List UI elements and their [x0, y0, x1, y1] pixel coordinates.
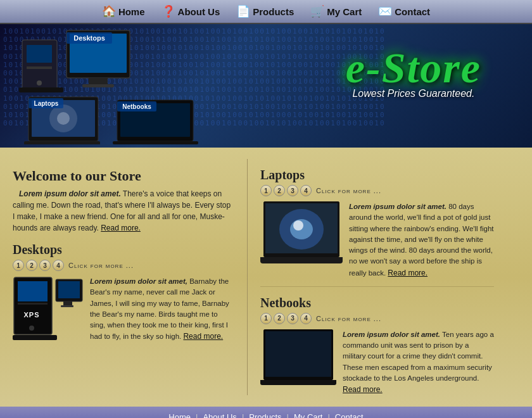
netbooks-read-more[interactable]: Read more. — [343, 385, 383, 394]
footer-cart[interactable]: My Cart — [294, 412, 323, 418]
laptop-screen — [263, 201, 339, 257]
contact-icon: ✉️ — [378, 4, 392, 18]
svg-point-2 — [37, 80, 42, 86]
svg-rect-27 — [18, 303, 48, 305]
nav-cart[interactable]: 🛒 My Cart — [305, 3, 367, 20]
svg-text:Netbooks: Netbooks — [122, 103, 151, 110]
banner-subtitle: Lowest Prices Guaranteed. — [346, 88, 481, 99]
laptops-page-2[interactable]: 2 — [274, 185, 285, 196]
svg-text:Laptops: Laptops — [34, 100, 59, 107]
desktops-bold: Lorem ipsum dolor sit amet, — [90, 277, 187, 285]
main-content: Welcome to our Store Lorem ipsum dolor s… — [0, 148, 532, 407]
desktops-page-4[interactable]: 4 — [53, 260, 64, 271]
left-column: Welcome to our Store Lorem ipsum dolor s… — [13, 159, 247, 395]
nav-about-label: About Us — [178, 6, 220, 17]
svg-rect-28 — [13, 335, 57, 340]
laptops-section: Laptops 1 2 3 4 Click for more ... — [260, 168, 494, 279]
desktops-page-1[interactable]: 1 — [13, 260, 24, 271]
welcome-title: Welcome to our Store — [13, 168, 234, 184]
netbooks-page-3[interactable]: 3 — [287, 313, 298, 324]
laptops-text: Lorem ipsum dolor sit amet. 80 days arou… — [349, 201, 494, 279]
netbooks-text: Lorem ipsum dolor sit amet. Ten years ag… — [343, 329, 494, 396]
desktops-text: Lorem ipsum dolor sit amet, Barnaby the … — [90, 276, 234, 345]
nav-home-label: Home — [118, 6, 145, 17]
nav-products-label: Products — [253, 6, 294, 17]
desktops-read-more[interactable]: Read more. — [183, 332, 223, 341]
svg-rect-4 — [19, 87, 63, 92]
netbooks-page-2[interactable]: 2 — [274, 313, 285, 324]
laptops-click-more[interactable]: Click for more ... — [316, 187, 381, 194]
svg-point-37 — [293, 220, 303, 231]
svg-text:Desktops: Desktops — [73, 34, 105, 42]
laptops-page-3[interactable]: 3 — [287, 185, 298, 196]
desktops-image: XPS — [13, 276, 84, 345]
svg-rect-32 — [61, 305, 73, 307]
laptops-title: Laptops — [260, 168, 494, 182]
laptops-page-4[interactable]: 4 — [300, 185, 312, 196]
footer-products[interactable]: Products — [249, 412, 281, 418]
desktops-pagination: 1 2 3 4 Click for more ... — [13, 260, 234, 271]
svg-rect-13 — [24, 141, 100, 144]
banner-devices: Desktops Laptops Netbooks — [19, 27, 203, 144]
svg-rect-39 — [265, 331, 331, 377]
svg-rect-8 — [82, 84, 114, 87]
footer-home[interactable]: Home — [168, 412, 191, 418]
laptops-bold: Lorem ipsum dolor sit amet. — [349, 203, 446, 210]
products-icon: 📄 — [236, 4, 250, 18]
svg-point-12 — [57, 112, 70, 125]
laptops-pagination: 1 2 3 4 Click for more ... — [260, 185, 494, 196]
svg-rect-24 — [18, 281, 48, 301]
welcome-section: Welcome to our Store Lorem ipsum dolor s… — [13, 168, 234, 234]
netbooks-pagination: 1 2 3 4 Click for more ... — [260, 313, 494, 324]
desktops-content: XPS Lorem ipsum dolor sit amet, Barnaby … — [13, 276, 234, 345]
netbooks-click-more[interactable]: Click for more ... — [316, 315, 381, 322]
laptops-body: 80 days around the world, we'll find a p… — [349, 203, 494, 277]
svg-rect-16 — [113, 141, 198, 144]
netbooks-page-4[interactable]: 4 — [300, 313, 312, 324]
desktops-page-3[interactable]: 3 — [39, 260, 51, 271]
desktops-click-more[interactable]: Click for more ... — [68, 262, 134, 269]
netbook-screen — [263, 329, 333, 380]
nav-contact[interactable]: ✉️ Contact — [373, 3, 435, 20]
welcome-bold: Lorem ipsum dolor sit amet. — [19, 189, 121, 198]
nav-contact-label: Contact — [395, 6, 430, 17]
netbook-base — [260, 380, 336, 385]
footer: Home | About Us | Products | My Cart | C… — [0, 407, 532, 418]
welcome-read-more[interactable]: Read more. — [101, 224, 141, 232]
desktops-section: Desktops 1 2 3 4 Click for more ... XPS — [13, 243, 234, 345]
nav-home[interactable]: 🏠 Home — [97, 3, 150, 20]
banner-title: e-Store — [346, 43, 481, 93]
right-column: Laptops 1 2 3 4 Click for more ... — [247, 159, 494, 395]
svg-text:XPS: XPS — [23, 311, 39, 319]
svg-point-26 — [29, 326, 34, 331]
svg-rect-7 — [89, 78, 108, 84]
desktops-page-2[interactable]: 2 — [26, 260, 37, 271]
nav-about[interactable]: ❓ About Us — [156, 3, 225, 20]
netbooks-bold: Lorem ipsum dolor sit amet. — [343, 331, 440, 338]
laptops-page-1[interactable]: 1 — [260, 185, 272, 196]
footer-contact[interactable]: Contact — [335, 412, 364, 418]
section-divider — [260, 286, 494, 287]
banner: 1001010010100100101001001010010010100100… — [0, 24, 532, 148]
desktops-title: Desktops — [13, 243, 234, 257]
laptops-read-more[interactable]: Read more. — [388, 269, 428, 277]
main-nav: 🏠 Home ❓ About Us 📄 Products 🛒 My Cart ✉… — [0, 0, 532, 24]
welcome-body: Lorem ipsum dolor sit amet. There's a vo… — [13, 188, 234, 234]
desktops-body: Barnaby the Bear's my name, never call m… — [90, 277, 229, 340]
netbooks-page-1[interactable]: 1 — [260, 313, 272, 324]
netbooks-title: Netbooks — [260, 296, 494, 310]
svg-rect-30 — [58, 281, 80, 298]
cart-icon: 🛒 — [310, 4, 324, 18]
svg-rect-3 — [27, 66, 52, 69]
netbooks-section: Netbooks 1 2 3 4 Click for more ... — [260, 296, 494, 396]
svg-rect-31 — [63, 301, 72, 305]
footer-about[interactable]: About Us — [203, 412, 236, 418]
about-icon: ❓ — [162, 4, 175, 18]
laptops-content: Lorem ipsum dolor sit amet. 80 days arou… — [260, 201, 494, 279]
laptop-base — [260, 257, 343, 263]
banner-text: e-Store Lowest Prices Guaranteed. — [346, 43, 481, 99]
laptops-image — [260, 201, 343, 279]
nav-products[interactable]: 📄 Products — [231, 3, 299, 20]
footer-nav: Home | About Us | Products | My Cart | C… — [168, 412, 363, 418]
nav-cart-label: My Cart — [327, 6, 362, 17]
